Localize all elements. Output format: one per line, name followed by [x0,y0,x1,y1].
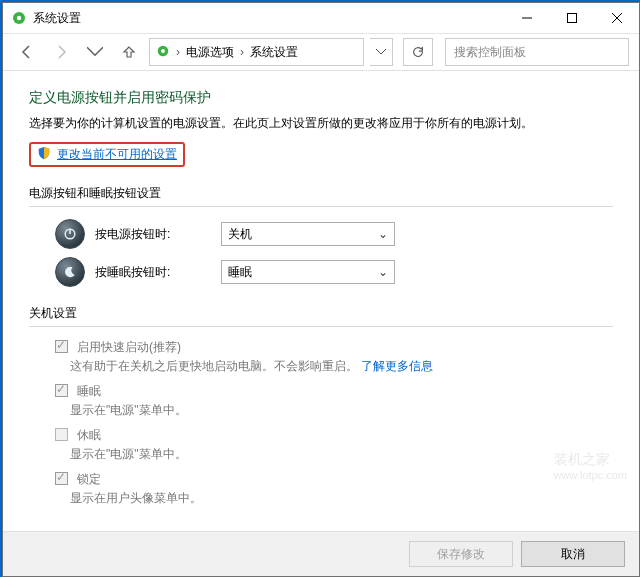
recent-dropdown[interactable] [81,38,109,66]
checkbox-sub: 显示在"电源"菜单中。 [70,446,613,463]
power-icon [55,219,85,249]
address-dropdown[interactable] [370,38,393,66]
up-button[interactable] [115,38,143,66]
learn-more-link[interactable]: 了解更多信息 [361,359,433,373]
checkbox-sub: 这有助于在关机之后更快地启动电脑。不会影响重启。 了解更多信息 [70,358,613,375]
checkbox-hibernate[interactable]: 休眠 [51,427,613,444]
svg-point-7 [161,49,165,53]
chevron-right-icon: › [240,45,244,59]
sleep-icon [55,257,85,287]
window-title: 系统设置 [33,10,504,27]
page-heading: 定义电源按钮并启用密码保护 [29,89,613,107]
refresh-button[interactable] [403,38,433,66]
app-icon [11,10,27,26]
lock-checkbox[interactable] [55,472,68,485]
change-unavailable-label: 更改当前不可用的设置 [57,146,177,163]
settings-window: 系统设置 › 电源选项 › 系统设置 定义电源按钮并启用密码保护 选择要为你的计… [2,2,640,577]
search-input[interactable] [452,44,622,60]
titlebar: 系统设置 [3,3,639,34]
window-controls [504,3,639,33]
sleep-opt-checkbox[interactable] [55,384,68,397]
shutdown-section-title: 关机设置 [29,305,613,322]
divider [29,206,613,207]
checkbox-fast-startup[interactable]: 启用快速启动(推荐) [51,339,613,356]
sleep-button-row-combo[interactable]: 睡眠⌄ [221,260,395,284]
breadcrumb-level2[interactable]: 系统设置 [250,44,298,61]
minimize-button[interactable] [504,3,549,33]
maximize-button[interactable] [549,3,594,33]
forward-button[interactable] [47,38,75,66]
close-button[interactable] [594,3,639,33]
chevron-right-icon: › [176,45,180,59]
svg-rect-3 [567,14,576,23]
shield-icon [37,146,51,163]
sleep-button-row: 按睡眠按钮时:睡眠⌄ [55,257,613,287]
power-button-row: 按电源按钮时:关机⌄ [55,219,613,249]
address-bar[interactable]: › 电源选项 › 系统设置 [149,38,364,66]
row-label: 按电源按钮时: [95,226,205,243]
checkbox-label: 启用快速启动(推荐) [77,339,181,356]
checkbox-lock[interactable]: 锁定 [51,471,613,488]
fast-startup-checkbox[interactable] [55,340,68,353]
buttons-section-title: 电源按钮和睡眠按钮设置 [29,185,613,202]
back-button[interactable] [13,38,41,66]
chevron-down-icon: ⌄ [378,265,388,279]
save-button[interactable]: 保存修改 [409,541,513,567]
address-icon [156,44,170,61]
page-description: 选择要为你的计算机设置的电源设置。在此页上对设置所做的更改将应用于你所有的电源计… [29,115,613,132]
checkbox-sub: 显示在"电源"菜单中。 [70,402,613,419]
chevron-down-icon: ⌄ [378,227,388,241]
svg-point-1 [17,16,21,20]
checkbox-sub: 显示在用户头像菜单中。 [70,490,613,507]
checkbox-label: 锁定 [77,471,101,488]
hibernate-checkbox[interactable] [55,428,68,441]
row-label: 按睡眠按钮时: [95,264,205,281]
checkbox-label: 休眠 [77,427,101,444]
search-box[interactable] [445,38,629,66]
checkbox-label: 睡眠 [77,383,101,400]
checkbox-sleep-opt[interactable]: 睡眠 [51,383,613,400]
navbar: › 电源选项 › 系统设置 [3,34,639,71]
content-area: 定义电源按钮并启用密码保护 选择要为你的计算机设置的电源设置。在此页上对设置所做… [3,71,639,531]
divider [29,326,613,327]
change-unavailable-link[interactable]: 更改当前不可用的设置 [29,142,185,167]
power-button-row-combo[interactable]: 关机⌄ [221,222,395,246]
footer: 保存修改 取消 [3,531,639,576]
cancel-button[interactable]: 取消 [521,541,625,567]
breadcrumb-level1[interactable]: 电源选项 [186,44,234,61]
